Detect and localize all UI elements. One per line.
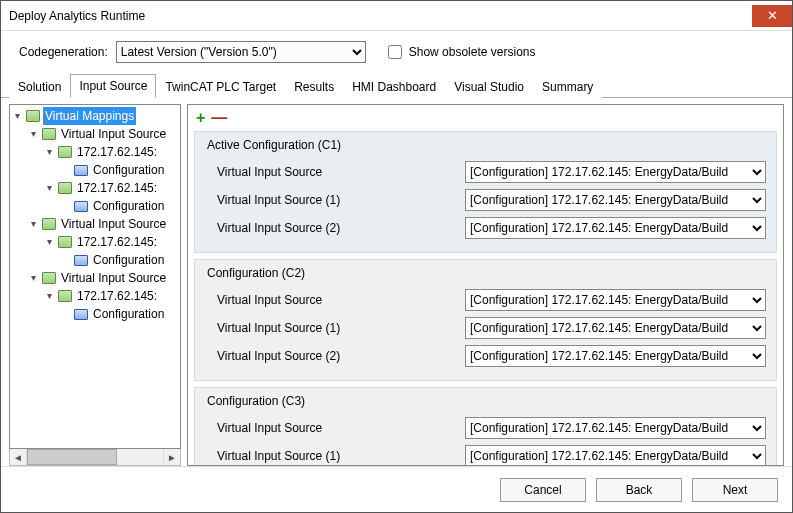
mapping-label: Virtual Input Source (1) bbox=[205, 193, 455, 207]
deploy-analytics-window: Deploy Analytics Runtime ✕ Codegeneratio… bbox=[0, 0, 793, 513]
expand-icon[interactable] bbox=[60, 255, 71, 266]
expand-icon[interactable]: ▾ bbox=[44, 237, 55, 248]
tree-row[interactable]: Configuration bbox=[12, 251, 168, 269]
tab-twincat-plc-target[interactable]: TwinCAT PLC Target bbox=[156, 75, 285, 98]
expand-icon[interactable]: ▾ bbox=[44, 183, 55, 194]
expand-icon[interactable]: ▾ bbox=[28, 219, 39, 230]
tree-row[interactable]: Configuration bbox=[12, 305, 168, 323]
mapping-select[interactable]: [Configuration] 172.17.62.145: EnergyDat… bbox=[465, 445, 766, 466]
show-obsolete-label: Show obsolete versions bbox=[409, 45, 536, 59]
scroll-thumb[interactable] bbox=[27, 449, 117, 465]
node-icon bbox=[41, 126, 57, 142]
mapping-label: Virtual Input Source (1) bbox=[205, 449, 455, 463]
mapping-label: Virtual Input Source bbox=[205, 293, 455, 307]
config-icon bbox=[73, 306, 89, 322]
tree-row[interactable]: Configuration bbox=[12, 161, 168, 179]
tab-hmi-dashboard[interactable]: HMI Dashboard bbox=[343, 75, 445, 98]
tree-row[interactable]: ▾172.17.62.145: bbox=[12, 179, 168, 197]
tree-label: Virtual Mappings bbox=[43, 107, 136, 125]
node-icon bbox=[57, 180, 73, 196]
mapping-row: Virtual Input Source[Configuration] 172.… bbox=[205, 414, 766, 442]
close-button[interactable]: ✕ bbox=[752, 5, 792, 27]
mapping-select[interactable]: [Configuration] 172.17.62.145: EnergyDat… bbox=[465, 417, 766, 439]
tree-row[interactable]: ▾Virtual Input Source bbox=[12, 215, 168, 233]
mapping-select[interactable]: [Configuration] 172.17.62.145: EnergyDat… bbox=[465, 161, 766, 183]
mapping-row: Virtual Input Source[Configuration] 172.… bbox=[205, 286, 766, 314]
mapping-label: Virtual Input Source (2) bbox=[205, 221, 455, 235]
tab-input-source[interactable]: Input Source bbox=[70, 74, 156, 98]
tree-panel: ▾Virtual Mappings▾Virtual Input Source▾1… bbox=[9, 104, 181, 466]
mapping-select[interactable]: [Configuration] 172.17.62.145: EnergyDat… bbox=[465, 345, 766, 367]
tree-row[interactable]: ▾172.17.62.145: bbox=[12, 287, 168, 305]
titlebar: Deploy Analytics Runtime ✕ bbox=[1, 1, 792, 31]
tree-row[interactable]: ▾Virtual Input Source bbox=[12, 125, 168, 143]
expand-icon[interactable]: ▾ bbox=[44, 147, 55, 158]
tree-hscrollbar[interactable]: ◄ ► bbox=[9, 449, 181, 466]
show-obsolete-checkbox[interactable] bbox=[388, 45, 402, 59]
tab-results[interactable]: Results bbox=[285, 75, 343, 98]
scroll-left-icon[interactable]: ◄ bbox=[10, 449, 27, 465]
remove-icon[interactable]: — bbox=[211, 109, 227, 127]
tree-label: Configuration bbox=[91, 305, 166, 323]
tree-row[interactable]: Configuration bbox=[12, 197, 168, 215]
mapping-panel: + — Active Configuration (C1)Virtual Inp… bbox=[187, 104, 784, 466]
mapping-select[interactable]: [Configuration] 172.17.62.145: EnergyDat… bbox=[465, 289, 766, 311]
mapping-row: Virtual Input Source (2)[Configuration] … bbox=[205, 342, 766, 370]
node-icon bbox=[41, 270, 57, 286]
tree-view[interactable]: ▾Virtual Mappings▾Virtual Input Source▾1… bbox=[9, 104, 181, 449]
mapping-label: Virtual Input Source (1) bbox=[205, 321, 455, 335]
back-button[interactable]: Back bbox=[596, 478, 682, 502]
config-icon bbox=[73, 252, 89, 268]
tree-label: 172.17.62.145: bbox=[75, 179, 159, 197]
window-title: Deploy Analytics Runtime bbox=[9, 9, 752, 23]
config-group: Configuration (C2)Virtual Input Source[C… bbox=[194, 259, 777, 381]
mapping-select[interactable]: [Configuration] 172.17.62.145: EnergyDat… bbox=[465, 189, 766, 211]
tree-label: 172.17.62.145: bbox=[75, 233, 159, 251]
group-title: Configuration (C3) bbox=[205, 394, 766, 408]
content-area: ▾Virtual Mappings▾Virtual Input Source▾1… bbox=[1, 98, 792, 466]
mapping-select[interactable]: [Configuration] 172.17.62.145: EnergyDat… bbox=[465, 217, 766, 239]
mapping-row: Virtual Input Source (1)[Configuration] … bbox=[205, 186, 766, 214]
group-title: Active Configuration (C1) bbox=[205, 138, 766, 152]
expand-icon[interactable] bbox=[60, 165, 71, 176]
tab-solution[interactable]: Solution bbox=[9, 75, 70, 98]
expand-icon[interactable] bbox=[60, 309, 71, 320]
expand-icon[interactable]: ▾ bbox=[12, 111, 23, 122]
mapping-label: Virtual Input Source (2) bbox=[205, 349, 455, 363]
tree-row[interactable]: ▾172.17.62.145: bbox=[12, 233, 168, 251]
tab-visual-studio[interactable]: Visual Studio bbox=[445, 75, 533, 98]
scroll-right-icon[interactable]: ► bbox=[163, 449, 180, 465]
expand-icon[interactable]: ▾ bbox=[28, 273, 39, 284]
config-group: Configuration (C3)Virtual Input Source[C… bbox=[194, 387, 777, 466]
scroll-track[interactable] bbox=[27, 449, 163, 465]
mapping-row: Virtual Input Source[Configuration] 172.… bbox=[205, 158, 766, 186]
expand-icon[interactable] bbox=[60, 201, 71, 212]
mapping-row: Virtual Input Source (1)[Configuration] … bbox=[205, 442, 766, 466]
tree-label: Configuration bbox=[91, 251, 166, 269]
tree-label: Virtual Input Source bbox=[59, 215, 168, 233]
mapping-toolbar: + — bbox=[188, 105, 783, 131]
tree-label: Virtual Input Source bbox=[59, 125, 168, 143]
tree-row[interactable]: ▾Virtual Mappings bbox=[12, 107, 168, 125]
codegen-select[interactable]: Latest Version ("Version 5.0") bbox=[116, 41, 366, 63]
cancel-button[interactable]: Cancel bbox=[500, 478, 586, 502]
expand-icon[interactable]: ▾ bbox=[28, 129, 39, 140]
tree-label: Configuration bbox=[91, 161, 166, 179]
tab-summary[interactable]: Summary bbox=[533, 75, 602, 98]
tree-label: Virtual Input Source bbox=[59, 269, 168, 287]
next-button[interactable]: Next bbox=[692, 478, 778, 502]
add-icon[interactable]: + bbox=[196, 109, 205, 127]
codegen-row: Codegeneration: Latest Version ("Version… bbox=[1, 31, 792, 71]
tree-row[interactable]: ▾Virtual Input Source bbox=[12, 269, 168, 287]
tree-row[interactable]: ▾172.17.62.145: bbox=[12, 143, 168, 161]
expand-icon[interactable]: ▾ bbox=[44, 291, 55, 302]
group-title: Configuration (C2) bbox=[205, 266, 766, 280]
node-icon bbox=[41, 216, 57, 232]
close-icon: ✕ bbox=[767, 8, 778, 23]
codegen-label: Codegeneration: bbox=[19, 45, 108, 59]
mapping-label: Virtual Input Source bbox=[205, 421, 455, 435]
mapping-label: Virtual Input Source bbox=[205, 165, 455, 179]
config-icon bbox=[73, 162, 89, 178]
mapping-select[interactable]: [Configuration] 172.17.62.145: EnergyDat… bbox=[465, 317, 766, 339]
mapping-row: Virtual Input Source (2)[Configuration] … bbox=[205, 214, 766, 242]
